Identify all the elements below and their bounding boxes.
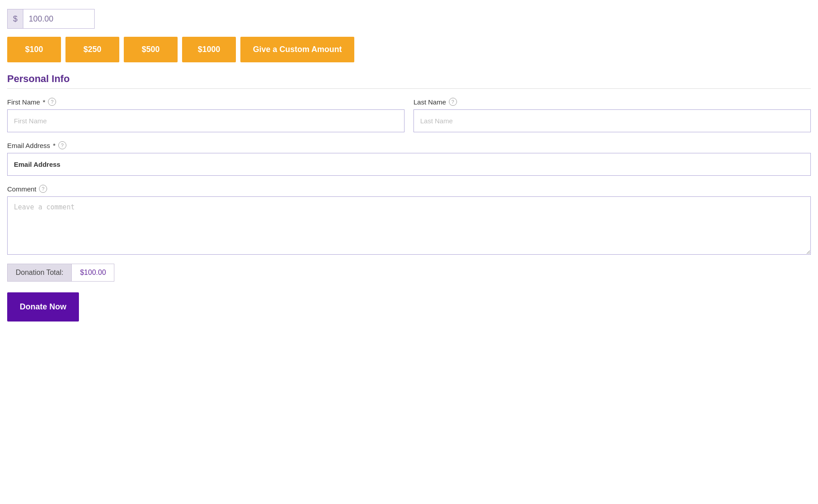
- preset-btn-250[interactable]: $250: [65, 37, 119, 62]
- email-required: *: [53, 142, 56, 149]
- section-divider: [7, 88, 811, 89]
- first-name-group: First Name * ?: [7, 98, 405, 132]
- first-name-label: First Name * ?: [7, 98, 405, 106]
- comment-label: Comment ?: [7, 185, 811, 193]
- amount-input-row: $: [7, 9, 811, 29]
- email-row: Email Address * ?: [7, 141, 811, 176]
- amount-input[interactable]: [23, 9, 95, 29]
- comment-textarea[interactable]: [7, 196, 811, 255]
- preset-btn-500[interactable]: $500: [124, 37, 178, 62]
- preset-btn-1000[interactable]: $1000: [182, 37, 236, 62]
- comment-help-icon[interactable]: ?: [39, 185, 47, 193]
- email-label: Email Address * ?: [7, 141, 811, 149]
- donation-total-row: Donation Total: $100.00: [7, 264, 811, 282]
- name-fields-row: First Name * ? Last Name ?: [7, 98, 811, 132]
- comment-row: Comment ?: [7, 185, 811, 255]
- donation-total-value: $100.00: [71, 264, 114, 282]
- personal-info-section: Personal Info First Name * ? Last Name ?…: [7, 73, 811, 255]
- donate-now-button[interactable]: Donate Now: [7, 292, 79, 322]
- preset-btn-100[interactable]: $100: [7, 37, 61, 62]
- comment-group: Comment ?: [7, 185, 811, 255]
- email-input[interactable]: [7, 153, 811, 176]
- last-name-input[interactable]: [413, 109, 811, 132]
- first-name-help-icon[interactable]: ?: [48, 98, 56, 106]
- dollar-sign: $: [7, 9, 23, 29]
- donation-total-label: Donation Total:: [7, 264, 71, 282]
- last-name-label: Last Name ?: [413, 98, 811, 106]
- last-name-group: Last Name ?: [413, 98, 811, 132]
- email-help-icon[interactable]: ?: [58, 141, 66, 149]
- personal-info-title: Personal Info: [7, 73, 811, 85]
- preset-btn-custom[interactable]: Give a Custom Amount: [240, 37, 354, 62]
- preset-buttons-row: $100 $250 $500 $1000 Give a Custom Amoun…: [7, 37, 811, 62]
- first-name-required: *: [43, 98, 45, 106]
- last-name-help-icon[interactable]: ?: [449, 98, 457, 106]
- email-group: Email Address * ?: [7, 141, 811, 176]
- first-name-input[interactable]: [7, 109, 405, 132]
